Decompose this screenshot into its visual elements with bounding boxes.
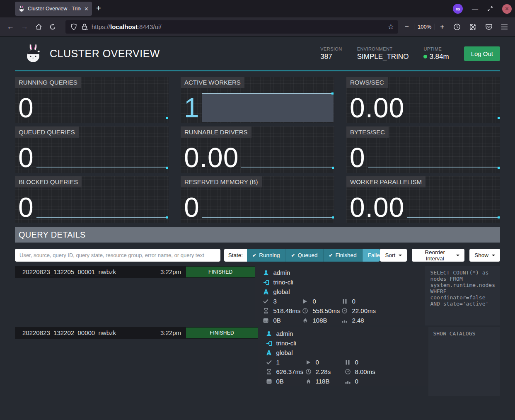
state-finished-button[interactable]: ✔Finished — [323, 249, 362, 262]
show-dropdown[interactable]: Show — [469, 249, 500, 262]
query-resource-group: global — [276, 349, 293, 356]
screenshot-scissors-icon[interactable] — [469, 23, 477, 31]
url-text[interactable]: https://localhost:8443/ui/ — [92, 23, 388, 30]
queued-splits-icon — [344, 360, 351, 365]
zoom-in-button[interactable]: + — [438, 23, 446, 31]
browser-navbar: ← → https://localhost:8443/ui/ ☆ − 100% … — [0, 17, 515, 36]
stat-value: 0 — [350, 144, 365, 173]
sparkline — [36, 168, 168, 168]
sort-dropdown[interactable]: Sort — [380, 249, 407, 262]
query-sql-panel: SHOW CATALOGS — [428, 327, 500, 396]
query-detail-panel: admin trino-cli global 3 0 0 518.48ms 55… — [255, 266, 425, 325]
reload-button[interactable] — [46, 20, 60, 34]
parallelism-chart-icon — [341, 318, 348, 323]
stat-card-blocked-queries: 0 BLOCKED QUERIES — [15, 176, 169, 223]
browser-titlebar: Cluster Overview - Trino ✕ + ∞ — ✕ — [0, 0, 515, 17]
sparkline-dot — [332, 216, 334, 218]
sparkline-dot — [166, 117, 168, 119]
bookmark-star-icon[interactable]: ☆ — [388, 22, 394, 31]
sparkline-dot — [332, 167, 334, 169]
stat-label: RUNNABLE DRIVERS — [181, 126, 251, 138]
query-time: 3:22pm — [160, 329, 181, 336]
new-tab-button[interactable]: + — [96, 4, 101, 13]
url-bar[interactable]: https://localhost:8443/ui/ ☆ — [65, 20, 398, 34]
sparkline-dot — [166, 216, 168, 218]
wall-time: 518.48ms — [273, 307, 300, 314]
browser-tab[interactable]: Cluster Overview - Trino ✕ — [15, 2, 92, 16]
parallelism: 0 — [355, 378, 358, 385]
query-row: 20220823_132202_00000_nwbzk 3:22pm FINIS… — [15, 327, 500, 396]
wall-time: 626.37ms — [276, 368, 304, 375]
queued-splits: 0 — [355, 359, 358, 366]
query-header: 20220823_132202_00000_nwbzk 3:22pm — [15, 327, 185, 339]
running-splits-icon — [305, 360, 312, 365]
stat-value: 0 — [18, 144, 34, 173]
caret-down-icon — [492, 255, 495, 256]
stat-label: QUEUED QUERIES — [15, 126, 79, 138]
elapsed-time: 2.28s — [316, 368, 331, 375]
stat-label: ACTIVE WORKERS — [181, 77, 244, 88]
back-button[interactable]: ← — [3, 20, 17, 34]
window-close-button[interactable]: ✕ — [502, 4, 512, 14]
state-filter-group: State: ✔Running ✔Queued ✔Finished Failed — [224, 249, 380, 262]
home-button[interactable] — [31, 20, 46, 34]
sparkline — [368, 168, 499, 168]
resource-group-road-icon — [266, 350, 273, 356]
tab-close-icon[interactable]: ✕ — [84, 6, 89, 12]
sparkline — [407, 118, 499, 118]
sparkline — [36, 118, 168, 118]
caret-down-icon — [399, 255, 402, 256]
query-source: trino-cli — [273, 279, 293, 286]
query-search-input[interactable] — [15, 249, 220, 262]
query-user: admin — [273, 269, 290, 276]
window-restore-button[interactable] — [487, 6, 493, 12]
stat-value: 0 — [18, 194, 34, 223]
query-list: 20220823_132205_00001_nwbzk 3:22pm FINIS… — [15, 266, 500, 396]
state-queued-button[interactable]: ✔Queued — [285, 249, 323, 262]
current-memory-icon — [266, 379, 273, 384]
version-stat: VERSION 387 — [320, 46, 342, 61]
query-source: trino-cli — [276, 340, 296, 347]
cumulative-memory-flame-icon — [302, 318, 309, 323]
user-icon — [262, 270, 269, 276]
zoom-level-button[interactable]: 100% — [418, 24, 431, 30]
cumulative-memory: 108B — [312, 317, 327, 324]
separator — [435, 24, 435, 30]
sparkline-area — [202, 93, 334, 122]
logout-button[interactable]: Log Out — [464, 46, 500, 61]
sparkline-dot — [498, 216, 500, 218]
stat-label: BLOCKED QUERIES — [15, 176, 82, 187]
state-running-button[interactable]: ✔Running — [247, 249, 285, 262]
zoom-out-button[interactable]: − — [403, 23, 411, 31]
running-splits: 0 — [316, 359, 319, 366]
stat-card-rows-sec: 0.00 ROWS/SEC — [346, 77, 500, 123]
stat-value: 0 — [18, 94, 34, 123]
stat-card-active-workers: 1 ACTIVE WORKERS — [181, 77, 334, 123]
pocket-icon[interactable] — [485, 23, 493, 31]
state-failed-dropdown[interactable]: Failed — [362, 249, 380, 262]
lock-warning-icon[interactable] — [81, 23, 88, 30]
query-user: admin — [276, 330, 293, 337]
query-time: 3:22pm — [160, 268, 181, 275]
query-status-bar: FINISHED — [185, 327, 258, 339]
stat-label: WORKER PARALLELISM — [346, 176, 426, 187]
reorder-interval-dropdown[interactable]: Reorder Interval — [412, 249, 464, 262]
menu-hamburger-icon[interactable] — [501, 24, 508, 30]
shield-icon[interactable] — [70, 23, 77, 30]
history-clock-icon[interactable] — [453, 23, 461, 31]
query-row: 20220823_132205_00001_nwbzk 3:22pm FINIS… — [15, 266, 500, 325]
stat-card-running-queries: 0 RUNNING QUERIES — [15, 77, 169, 123]
stat-card-bytes-sec: 0 BYTES/SEC — [346, 126, 500, 173]
source-login-icon — [262, 279, 269, 285]
window-minimize-button[interactable]: — — [472, 5, 478, 12]
query-id-link[interactable]: 20220823_132205_00001_nwbzk — [22, 268, 116, 275]
parallelism: 2.48 — [352, 317, 364, 324]
stat-value: 0.00 — [184, 144, 239, 173]
sparkline-dot — [166, 167, 168, 169]
forward-button[interactable]: → — [17, 20, 31, 34]
completed-splits-icon — [262, 299, 269, 303]
query-id-link[interactable]: 20220823_132202_00000_nwbzk — [22, 329, 116, 336]
completed-splits: 3 — [273, 298, 276, 305]
check-icon: ✔ — [291, 252, 295, 258]
trino-cluster-overview-page: CLUSTER OVERVIEW VERSION 387 ENVIRONMENT… — [0, 36, 515, 420]
